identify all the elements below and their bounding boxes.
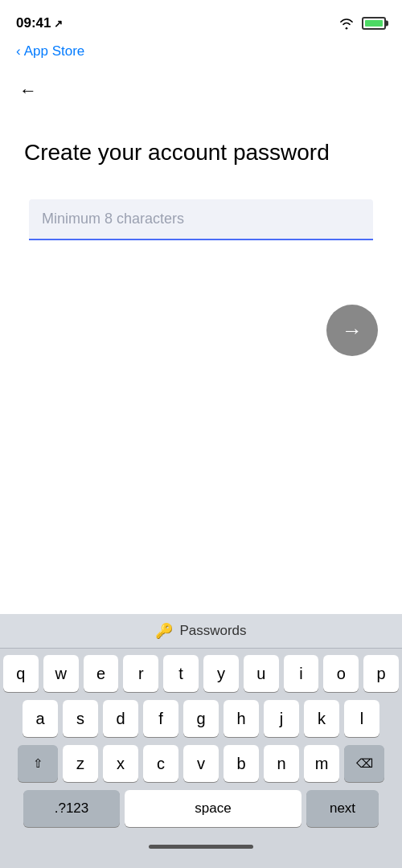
key-j[interactable]: j — [264, 700, 299, 737]
passwords-label: Passwords — [179, 623, 246, 639]
key-h[interactable]: h — [224, 700, 259, 737]
status-left: 09:41 ↗ — [16, 15, 63, 31]
key-l[interactable]: l — [344, 700, 379, 737]
next-key[interactable]: next — [306, 790, 379, 827]
key-a[interactable]: a — [23, 700, 58, 737]
key-k[interactable]: k — [304, 700, 339, 737]
back-to-appstore[interactable]: ‹ App Store — [16, 43, 386, 59]
key-s[interactable]: s — [63, 700, 98, 737]
home-indicator — [0, 838, 402, 852]
signal-arrow-icon: ↗ — [54, 18, 63, 30]
time-display: 09:41 — [16, 15, 51, 31]
key-o[interactable]: o — [323, 655, 359, 692]
key-e[interactable]: e — [84, 655, 119, 692]
next-button[interactable]: → — [326, 305, 378, 356]
key-row-1: q w e r t y u i o p — [3, 655, 399, 692]
next-arrow-icon: → — [342, 318, 363, 343]
keyboard-area: 🔑 Passwords q w e r t y u i o p a s d f … — [0, 614, 402, 868]
key-row-4: .?123 space next — [3, 790, 399, 827]
key-t[interactable]: t — [163, 655, 199, 692]
key-w[interactable]: w — [43, 655, 79, 692]
key-f[interactable]: f — [143, 700, 178, 737]
back-button[interactable]: ← — [19, 80, 37, 101]
backspace-key[interactable]: ⌫ — [344, 745, 384, 782]
key-i[interactable]: i — [284, 655, 319, 692]
key-n[interactable]: n — [264, 745, 299, 782]
status-right — [338, 17, 386, 30]
back-button-row: ← — [0, 68, 402, 114]
key-r[interactable]: r — [123, 655, 158, 692]
battery-fill — [365, 20, 383, 27]
passwords-suggestion-bar[interactable]: 🔑 Passwords — [0, 614, 402, 649]
home-bar — [149, 845, 253, 849]
key-row-3: ⇧ z x c v b n m ⌫ — [3, 745, 399, 782]
key-q[interactable]: q — [3, 655, 39, 692]
key-v[interactable]: v — [183, 745, 219, 782]
status-bar: 09:41 ↗ — [0, 0, 402, 40]
key-x[interactable]: x — [103, 745, 138, 782]
key-b[interactable]: b — [224, 745, 259, 782]
next-button-container: → — [0, 256, 402, 372]
key-d[interactable]: d — [103, 700, 138, 737]
main-content: Create your account password — [0, 114, 402, 256]
key-y[interactable]: y — [203, 655, 239, 692]
password-input[interactable] — [29, 199, 373, 240]
key-u[interactable]: u — [244, 655, 279, 692]
back-label: App Store — [24, 43, 85, 59]
back-chevron-icon: ‹ — [16, 43, 21, 59]
shift-key[interactable]: ⇧ — [18, 745, 58, 782]
key-row-2: a s d f g h j k l — [3, 700, 399, 737]
space-key[interactable]: space — [125, 790, 302, 827]
keyboard: q w e r t y u i o p a s d f g h j k l ⇧ … — [0, 649, 402, 838]
password-input-container — [29, 199, 373, 240]
key-p[interactable]: p — [363, 655, 399, 692]
key-z[interactable]: z — [63, 745, 98, 782]
wifi-icon — [338, 17, 355, 30]
battery-icon — [362, 17, 386, 30]
key-icon: 🔑 — [155, 622, 173, 640]
numbers-symbols-key[interactable]: .?123 — [23, 790, 120, 827]
key-g[interactable]: g — [183, 700, 219, 737]
page-title: Create your account password — [24, 138, 378, 167]
key-c[interactable]: c — [143, 745, 178, 782]
status-time: 09:41 ↗ — [16, 15, 63, 31]
nav-bar: ‹ App Store — [0, 40, 402, 68]
key-m[interactable]: m — [304, 745, 339, 782]
